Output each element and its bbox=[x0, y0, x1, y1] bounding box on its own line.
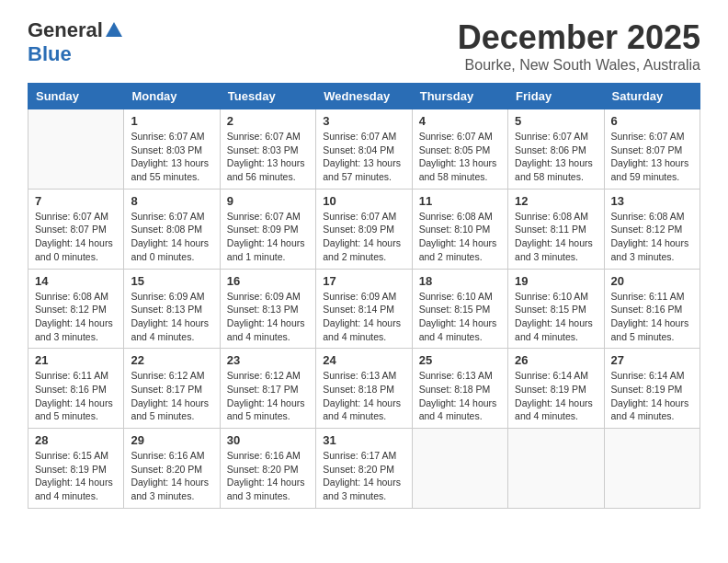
calendar-cell: 26Sunrise: 6:14 AM Sunset: 8:19 PM Dayli… bbox=[508, 349, 604, 429]
day-number: 28 bbox=[35, 433, 117, 447]
calendar-week-row: 28Sunrise: 6:15 AM Sunset: 8:19 PM Dayli… bbox=[28, 429, 700, 509]
day-info: Sunrise: 6:12 AM Sunset: 8:17 PM Dayligh… bbox=[227, 369, 309, 423]
weekday-header-sunday: Sunday bbox=[28, 84, 124, 109]
weekday-header-tuesday: Tuesday bbox=[220, 84, 315, 109]
day-info: Sunrise: 6:12 AM Sunset: 8:17 PM Dayligh… bbox=[131, 369, 212, 423]
day-info: Sunrise: 6:09 AM Sunset: 8:14 PM Dayligh… bbox=[323, 290, 404, 344]
calendar-table: SundayMondayTuesdayWednesdayThursdayFrid… bbox=[28, 83, 700, 509]
calendar-cell: 2Sunrise: 6:07 AM Sunset: 8:03 PM Daylig… bbox=[220, 109, 315, 190]
calendar-cell: 31Sunrise: 6:17 AM Sunset: 8:20 PM Dayli… bbox=[316, 429, 412, 509]
day-number: 27 bbox=[611, 353, 693, 367]
calendar-cell: 11Sunrise: 6:08 AM Sunset: 8:10 PM Dayli… bbox=[412, 189, 507, 269]
day-info: Sunrise: 6:07 AM Sunset: 8:09 PM Dayligh… bbox=[227, 210, 309, 264]
weekday-header-saturday: Saturday bbox=[604, 84, 700, 109]
calendar-cell: 25Sunrise: 6:13 AM Sunset: 8:18 PM Dayli… bbox=[412, 349, 507, 429]
calendar-cell: 20Sunrise: 6:11 AM Sunset: 8:16 PM Dayli… bbox=[604, 269, 700, 349]
calendar-cell bbox=[412, 429, 507, 509]
calendar-cell: 13Sunrise: 6:08 AM Sunset: 8:12 PM Dayli… bbox=[604, 189, 700, 269]
calendar-cell: 17Sunrise: 6:09 AM Sunset: 8:14 PM Dayli… bbox=[316, 269, 412, 349]
calendar-cell: 23Sunrise: 6:12 AM Sunset: 8:17 PM Dayli… bbox=[220, 349, 315, 429]
day-number: 5 bbox=[515, 114, 597, 128]
location-title: Bourke, New South Wales, Australia bbox=[458, 57, 700, 74]
day-number: 3 bbox=[323, 114, 404, 128]
calendar-cell: 9Sunrise: 6:07 AM Sunset: 8:09 PM Daylig… bbox=[220, 189, 315, 269]
day-info: Sunrise: 6:08 AM Sunset: 8:12 PM Dayligh… bbox=[35, 290, 117, 344]
calendar-cell: 1Sunrise: 6:07 AM Sunset: 8:03 PM Daylig… bbox=[124, 109, 220, 190]
day-number: 14 bbox=[35, 274, 117, 288]
day-number: 31 bbox=[323, 433, 404, 447]
day-number: 11 bbox=[419, 194, 501, 208]
day-number: 13 bbox=[611, 194, 693, 208]
day-info: Sunrise: 6:11 AM Sunset: 8:16 PM Dayligh… bbox=[611, 290, 693, 344]
header: General Blue December 2025 Bourke, New S… bbox=[28, 18, 700, 74]
day-info: Sunrise: 6:08 AM Sunset: 8:11 PM Dayligh… bbox=[515, 210, 597, 264]
calendar-cell: 14Sunrise: 6:08 AM Sunset: 8:12 PM Dayli… bbox=[28, 269, 124, 349]
calendar-cell: 21Sunrise: 6:11 AM Sunset: 8:16 PM Dayli… bbox=[28, 349, 124, 429]
day-info: Sunrise: 6:07 AM Sunset: 8:04 PM Dayligh… bbox=[323, 130, 404, 184]
calendar-cell: 10Sunrise: 6:07 AM Sunset: 8:09 PM Dayli… bbox=[316, 189, 412, 269]
day-number: 10 bbox=[323, 194, 404, 208]
calendar-cell: 18Sunrise: 6:10 AM Sunset: 8:15 PM Dayli… bbox=[412, 269, 507, 349]
calendar-cell: 19Sunrise: 6:10 AM Sunset: 8:15 PM Dayli… bbox=[508, 269, 604, 349]
day-info: Sunrise: 6:07 AM Sunset: 8:06 PM Dayligh… bbox=[515, 130, 597, 184]
day-info: Sunrise: 6:07 AM Sunset: 8:09 PM Dayligh… bbox=[323, 210, 404, 264]
logo-general-text: General bbox=[28, 18, 103, 42]
calendar-cell: 8Sunrise: 6:07 AM Sunset: 8:08 PM Daylig… bbox=[124, 189, 220, 269]
day-number: 19 bbox=[515, 274, 597, 288]
day-number: 12 bbox=[515, 194, 597, 208]
day-info: Sunrise: 6:14 AM Sunset: 8:19 PM Dayligh… bbox=[611, 369, 693, 423]
calendar-cell: 27Sunrise: 6:14 AM Sunset: 8:19 PM Dayli… bbox=[604, 349, 700, 429]
day-number: 18 bbox=[419, 274, 501, 288]
day-info: Sunrise: 6:08 AM Sunset: 8:10 PM Dayligh… bbox=[419, 210, 501, 264]
weekday-header-row: SundayMondayTuesdayWednesdayThursdayFrid… bbox=[28, 84, 700, 109]
day-info: Sunrise: 6:13 AM Sunset: 8:18 PM Dayligh… bbox=[419, 369, 501, 423]
day-info: Sunrise: 6:15 AM Sunset: 8:19 PM Dayligh… bbox=[35, 449, 117, 503]
day-number: 7 bbox=[35, 194, 117, 208]
calendar-cell bbox=[28, 109, 124, 190]
day-info: Sunrise: 6:07 AM Sunset: 8:08 PM Dayligh… bbox=[131, 210, 212, 264]
day-number: 1 bbox=[131, 114, 212, 128]
calendar-cell: 4Sunrise: 6:07 AM Sunset: 8:05 PM Daylig… bbox=[412, 109, 507, 190]
calendar-week-row: 21Sunrise: 6:11 AM Sunset: 8:16 PM Dayli… bbox=[28, 349, 700, 429]
day-number: 4 bbox=[419, 114, 501, 128]
weekday-header-thursday: Thursday bbox=[412, 84, 507, 109]
logo-blue-text: Blue bbox=[28, 42, 72, 65]
day-number: 30 bbox=[227, 433, 309, 447]
day-info: Sunrise: 6:08 AM Sunset: 8:12 PM Dayligh… bbox=[611, 210, 693, 264]
day-info: Sunrise: 6:13 AM Sunset: 8:18 PM Dayligh… bbox=[323, 369, 404, 423]
day-number: 8 bbox=[131, 194, 212, 208]
calendar-cell: 30Sunrise: 6:16 AM Sunset: 8:20 PM Dayli… bbox=[220, 429, 315, 509]
day-number: 20 bbox=[611, 274, 693, 288]
day-number: 29 bbox=[131, 433, 212, 447]
day-info: Sunrise: 6:09 AM Sunset: 8:13 PM Dayligh… bbox=[227, 290, 309, 344]
weekday-header-wednesday: Wednesday bbox=[316, 84, 412, 109]
day-number: 16 bbox=[227, 274, 309, 288]
day-info: Sunrise: 6:10 AM Sunset: 8:15 PM Dayligh… bbox=[515, 290, 597, 344]
day-number: 21 bbox=[35, 353, 117, 367]
day-info: Sunrise: 6:07 AM Sunset: 8:03 PM Dayligh… bbox=[131, 130, 212, 184]
month-title: December 2025 bbox=[458, 18, 700, 57]
day-info: Sunrise: 6:11 AM Sunset: 8:16 PM Dayligh… bbox=[35, 369, 117, 423]
title-section: December 2025 Bourke, New South Wales, A… bbox=[458, 18, 700, 74]
weekday-header-monday: Monday bbox=[124, 84, 220, 109]
logo-triangle-icon bbox=[106, 22, 122, 40]
weekday-header-friday: Friday bbox=[508, 84, 604, 109]
day-info: Sunrise: 6:07 AM Sunset: 8:03 PM Dayligh… bbox=[227, 130, 309, 184]
day-info: Sunrise: 6:16 AM Sunset: 8:20 PM Dayligh… bbox=[131, 449, 212, 503]
calendar-cell: 6Sunrise: 6:07 AM Sunset: 8:07 PM Daylig… bbox=[604, 109, 700, 190]
calendar-week-row: 14Sunrise: 6:08 AM Sunset: 8:12 PM Dayli… bbox=[28, 269, 700, 349]
calendar-cell: 7Sunrise: 6:07 AM Sunset: 8:07 PM Daylig… bbox=[28, 189, 124, 269]
day-info: Sunrise: 6:17 AM Sunset: 8:20 PM Dayligh… bbox=[323, 449, 404, 503]
day-number: 23 bbox=[227, 353, 309, 367]
day-info: Sunrise: 6:14 AM Sunset: 8:19 PM Dayligh… bbox=[515, 369, 597, 423]
day-number: 2 bbox=[227, 114, 309, 128]
calendar-cell: 28Sunrise: 6:15 AM Sunset: 8:19 PM Dayli… bbox=[28, 429, 124, 509]
day-info: Sunrise: 6:09 AM Sunset: 8:13 PM Dayligh… bbox=[131, 290, 212, 344]
svg-marker-0 bbox=[106, 22, 122, 37]
logo: General Blue bbox=[28, 18, 122, 66]
calendar-cell: 15Sunrise: 6:09 AM Sunset: 8:13 PM Dayli… bbox=[124, 269, 220, 349]
calendar-cell: 5Sunrise: 6:07 AM Sunset: 8:06 PM Daylig… bbox=[508, 109, 604, 190]
calendar-cell: 29Sunrise: 6:16 AM Sunset: 8:20 PM Dayli… bbox=[124, 429, 220, 509]
day-number: 9 bbox=[227, 194, 309, 208]
calendar-cell bbox=[508, 429, 604, 509]
